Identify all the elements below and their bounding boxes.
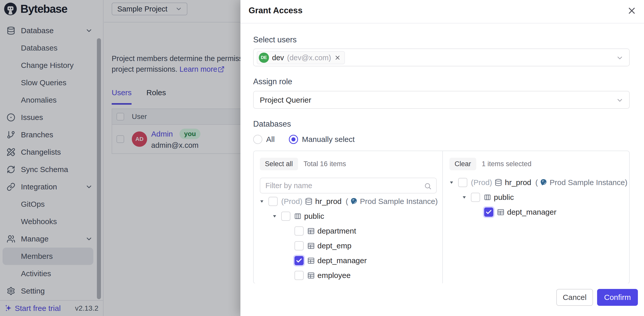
modal-footer: Cancel Confirm: [240, 283, 644, 316]
postgresql-icon: [539, 178, 548, 187]
selected-count-label: 1 items selected: [482, 160, 532, 168]
tree-row-database: (Prod) hr_prod ( Prod Sample Instance): [254, 194, 442, 209]
table-icon: [307, 257, 315, 264]
radio-all[interactable]: All: [253, 135, 275, 144]
tree-row-database: (Prod) hr_prod ( Prod Sample Instance): [443, 175, 629, 190]
database-scope-radios: All Manually select: [253, 135, 355, 144]
database-icon: [305, 198, 313, 205]
close-icon[interactable]: [627, 6, 637, 16]
tree-row-table: dept_emp: [254, 238, 442, 253]
tree-row-table: dept_manager: [443, 205, 629, 220]
schema-icon: [294, 212, 302, 220]
grant-access-modal: Grant Access Select users DE dev (dev@x.…: [240, 0, 644, 316]
chevron-down-icon: [616, 54, 624, 62]
selected-panel: Clear 1 items selected (Prod) hr_prod ( …: [443, 151, 629, 283]
check-icon: [485, 209, 492, 215]
tree-row-schema: public: [254, 209, 442, 224]
total-items-label: Total 16 items: [304, 160, 346, 168]
checkbox[interactable]: [294, 271, 304, 280]
tree-row-table: dept_manager: [254, 253, 442, 268]
checkbox[interactable]: [471, 193, 480, 202]
remove-user-icon[interactable]: [334, 54, 341, 61]
role-select-value: Project Querier: [260, 96, 311, 104]
select-all-button[interactable]: Select all: [260, 158, 298, 170]
role-select[interactable]: Project Querier: [253, 91, 630, 109]
caret-down-icon[interactable]: [259, 198, 265, 204]
tree-row-table: employee: [254, 268, 442, 283]
checkbox[interactable]: [281, 212, 290, 221]
checkbox[interactable]: [458, 178, 467, 187]
tree-row-table: department: [254, 224, 442, 238]
radio-manually-select[interactable]: Manually select: [289, 135, 355, 144]
radio-circle: [253, 135, 262, 144]
modal-header: Grant Access: [240, 0, 644, 23]
radio-circle: [289, 135, 298, 144]
checkbox[interactable]: [294, 241, 304, 250]
filter-box: [260, 178, 437, 193]
modal-title: Grant Access: [249, 6, 303, 15]
assign-role-label: Assign role: [253, 77, 292, 86]
table-icon: [497, 208, 505, 216]
checkbox[interactable]: [294, 226, 304, 236]
cancel-button[interactable]: Cancel: [556, 289, 593, 306]
databases-label: Databases: [253, 119, 291, 129]
table-icon: [307, 242, 315, 250]
caret-down-icon[interactable]: [272, 213, 278, 219]
filter-input[interactable]: [260, 178, 436, 193]
selected-user-chip: DE dev (dev@x.com): [257, 51, 345, 64]
schema-icon: [484, 193, 491, 201]
table-icon: [307, 227, 315, 235]
source-panel: Select all Total 16 items (Prod) hr_prod…: [254, 151, 443, 283]
confirm-button[interactable]: Confirm: [597, 289, 638, 306]
select-users-label: Select users: [253, 35, 297, 44]
table-icon: [307, 272, 315, 279]
caret-down-icon[interactable]: [461, 194, 467, 200]
checkbox-checked[interactable]: [294, 256, 304, 265]
database-transfer: Select all Total 16 items (Prod) hr_prod…: [253, 151, 630, 284]
check-icon: [296, 257, 302, 264]
select-users-input[interactable]: DE dev (dev@x.com): [253, 48, 630, 66]
search-icon: [424, 182, 432, 190]
chevron-down-icon: [616, 96, 624, 104]
tree-row-schema: public: [443, 190, 629, 205]
checkbox-checked[interactable]: [484, 208, 493, 217]
caret-down-icon[interactable]: [448, 179, 455, 186]
clear-button[interactable]: Clear: [449, 158, 476, 170]
checkbox[interactable]: [268, 197, 278, 206]
postgresql-icon: [350, 197, 358, 205]
avatar: DE: [259, 53, 269, 63]
database-icon: [495, 179, 502, 186]
